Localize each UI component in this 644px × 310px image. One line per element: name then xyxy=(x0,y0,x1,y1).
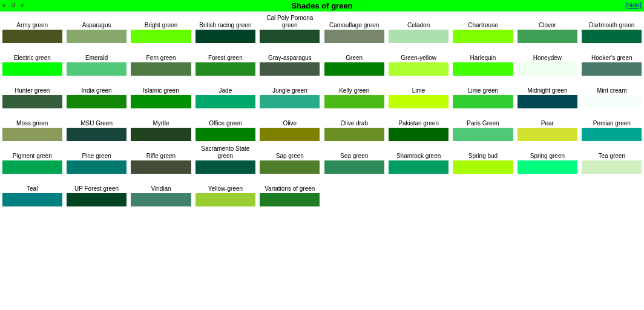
color-swatch xyxy=(582,62,642,76)
color-swatch xyxy=(196,95,255,108)
color-swatch xyxy=(582,30,642,43)
color-name: Kelly green xyxy=(339,78,369,95)
color-item: Variations of green xyxy=(258,175,322,208)
color-swatch xyxy=(518,95,577,108)
color-swatch xyxy=(260,30,320,43)
color-swatch xyxy=(2,95,62,108)
color-name: Dartmouth green xyxy=(589,13,634,30)
color-item: Islamic green xyxy=(129,77,193,110)
color-name: Hooker's green xyxy=(591,45,632,62)
color-item: Moss green xyxy=(0,110,64,142)
color-name: Lime xyxy=(412,78,426,95)
color-name: Pine green xyxy=(82,143,111,160)
color-name: Jungle green xyxy=(272,78,307,95)
color-item: Kelly green xyxy=(322,77,386,110)
color-swatch xyxy=(196,193,255,206)
color-name: Green-yellow xyxy=(401,45,436,62)
color-swatch xyxy=(324,62,384,76)
color-name: Sea green xyxy=(340,143,368,160)
color-swatch xyxy=(389,160,448,174)
color-name: Paris Green xyxy=(467,111,499,128)
color-item: British racing green xyxy=(193,12,257,44)
color-item: Army green xyxy=(0,12,64,44)
color-item: Pine green xyxy=(64,142,128,175)
color-name: Camouflage green xyxy=(329,13,379,30)
color-item: Jade xyxy=(193,77,257,110)
color-swatch xyxy=(131,62,191,76)
color-swatch xyxy=(260,62,320,76)
color-item: Midnight green xyxy=(515,77,579,110)
color-item: UP Forest green xyxy=(64,175,128,208)
color-item: Paris Green xyxy=(451,110,515,142)
color-item: Pigment green xyxy=(0,142,64,175)
color-item: Viridian xyxy=(129,175,193,208)
color-item: Olive xyxy=(258,110,322,142)
color-name: Mint cream xyxy=(597,78,626,95)
color-item: Tea green xyxy=(580,142,644,175)
color-name: Pigment green xyxy=(13,143,52,160)
color-name: Clover xyxy=(539,13,556,30)
color-item: Persian green xyxy=(580,110,644,142)
color-item: Fern green xyxy=(129,44,193,77)
color-item: Chartreuse xyxy=(451,12,515,44)
color-swatch xyxy=(2,30,62,43)
color-name: British racing green xyxy=(199,13,251,30)
color-name: Electric green xyxy=(14,45,51,62)
color-name: Forest green xyxy=(208,45,243,62)
color-item: Electric green xyxy=(0,44,64,77)
color-name: Pakistan green xyxy=(398,111,439,128)
color-swatch xyxy=(324,128,384,141)
color-item: Office green xyxy=(193,110,257,142)
color-item: Teal xyxy=(0,175,64,208)
color-swatch xyxy=(260,95,320,108)
nav-links[interactable]: v · d · e xyxy=(2,1,24,8)
color-name: Midnight green xyxy=(527,78,567,95)
color-item: Camouflage green xyxy=(322,12,386,44)
color-swatch xyxy=(453,30,513,43)
color-name: Sacramento State green xyxy=(194,143,257,160)
color-swatch xyxy=(2,128,62,141)
color-name: Pear xyxy=(541,111,554,128)
color-swatch xyxy=(131,128,191,141)
color-swatch xyxy=(260,128,320,141)
color-item: Pear xyxy=(515,110,579,142)
color-name: Asparagus xyxy=(82,13,111,30)
color-swatch xyxy=(196,128,255,141)
color-item: Spring bud xyxy=(451,142,515,175)
color-name: Spring bud xyxy=(468,143,498,160)
color-swatch xyxy=(131,160,191,174)
color-swatch xyxy=(453,160,513,174)
color-swatch xyxy=(67,95,126,108)
color-item: Sacramento State green xyxy=(193,142,257,175)
color-name: India green xyxy=(82,78,112,95)
color-swatch xyxy=(582,128,642,141)
color-item: Green xyxy=(322,44,386,77)
color-item: Asparagus xyxy=(64,12,128,44)
color-name: UP Forest green xyxy=(74,176,119,193)
color-name: Sap green xyxy=(276,143,304,160)
color-name: Harlequin xyxy=(470,45,496,62)
color-swatch xyxy=(389,62,448,76)
color-item: Myrtle xyxy=(129,110,193,142)
color-item: Sea green xyxy=(322,142,386,175)
color-swatch xyxy=(453,62,513,76)
color-name: Olive xyxy=(283,111,297,128)
color-swatch xyxy=(389,30,448,43)
color-swatch xyxy=(453,95,513,108)
color-item: Hooker's green xyxy=(580,44,644,77)
color-name: Variations of green xyxy=(264,176,315,193)
color-item: Shamrock green xyxy=(386,142,450,175)
color-name: Viridian xyxy=(151,176,171,193)
color-swatch xyxy=(196,62,255,76)
color-name: Chartreuse xyxy=(468,13,498,30)
color-name: Fern green xyxy=(146,45,176,62)
color-item: Celadon xyxy=(386,12,450,44)
color-swatch xyxy=(67,128,126,141)
hide-button[interactable]: [hide] xyxy=(625,1,642,8)
page-title: Shades of green xyxy=(291,1,352,10)
color-item: Clover xyxy=(515,12,579,44)
color-item: Hunter green xyxy=(0,77,64,110)
color-item: Rifle green xyxy=(129,142,193,175)
color-item: Emerald xyxy=(64,44,128,77)
color-item: MSU Green xyxy=(64,110,128,142)
